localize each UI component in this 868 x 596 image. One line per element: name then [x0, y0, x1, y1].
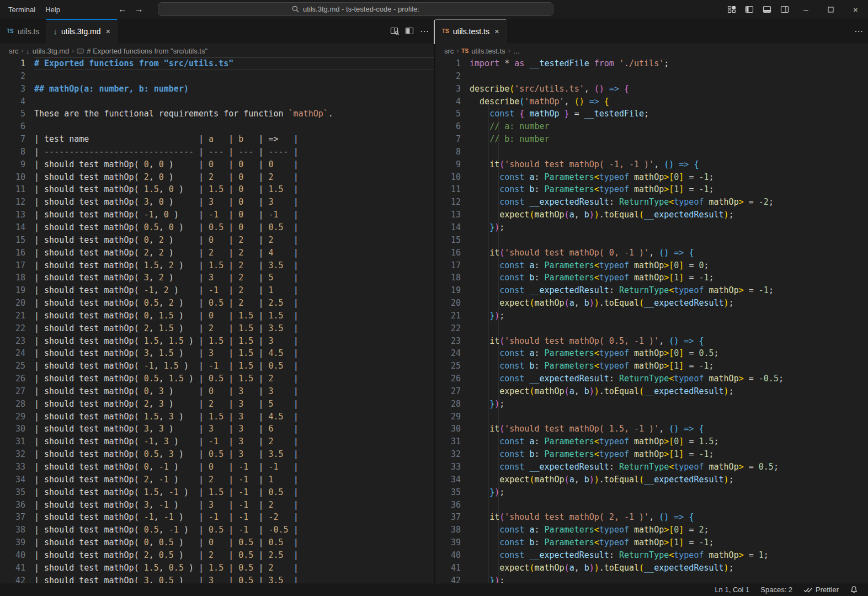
code-line[interactable]: 32 const b: Parameters<typeof mathOp>[1]…: [435, 448, 868, 461]
code-line[interactable]: 27 expect(mathOp(a, b)).toEqual(__expect…: [435, 385, 868, 398]
code-line[interactable]: 23 it('should test mathOp( 0.5, -1 )', (…: [435, 335, 868, 348]
toggle-primary-sidebar-icon[interactable]: [741, 0, 758, 19]
markdown-editor[interactable]: 1# Exported functions from "src/utils.ts…: [0, 57, 434, 583]
code-line[interactable]: 33 const __expectedResult: ReturnType<ty…: [435, 461, 868, 473]
code-line[interactable]: 41 expect(mathOp(a, b)).toEqual(__expect…: [435, 562, 868, 574]
code-line[interactable]: 4: [0, 95, 434, 108]
maximize-button[interactable]: [818, 0, 843, 19]
code-line[interactable]: 18| should test mathOp( 3, 2 ) | 3 | 2 |…: [0, 272, 434, 284]
code-line[interactable]: 21 });: [435, 310, 868, 322]
code-line[interactable]: 28 });: [435, 398, 868, 411]
code-line[interactable]: 14| should test mathOp( 0.5, 0 ) | 0.5 |…: [0, 221, 434, 234]
code-line[interactable]: 12| should test mathOp( 3, 0 ) | 3 | 0 |…: [0, 196, 434, 209]
tab-utils-3tg-md[interactable]: ↓ utils.3tg.md ×: [46, 19, 118, 44]
code-line[interactable]: 7 // b: number: [435, 133, 868, 146]
cursor-position-status[interactable]: Ln 1, Col 1: [710, 583, 754, 596]
code-line[interactable]: 22| should test mathOp( 2, 1.5 ) | 2 | 1…: [0, 322, 434, 335]
code-line[interactable]: 34 expect(mathOp(a, b)).toEqual(__expect…: [435, 473, 868, 486]
code-line[interactable]: 3## mathOp(a: number, b: number): [0, 83, 434, 95]
more-actions-icon[interactable]: ⋯: [420, 26, 429, 36]
code-line[interactable]: 35 });: [435, 486, 868, 499]
code-line[interactable]: 20| should test mathOp( 0.5, 2 ) | 0.5 |…: [0, 297, 434, 310]
code-line[interactable]: 30 it('should test mathOp( 1.5, -1 )', (…: [435, 423, 868, 435]
notifications-bell-icon[interactable]: [845, 583, 862, 596]
code-line[interactable]: 11| should test mathOp( 1.5, 0 ) | 1.5 |…: [0, 183, 434, 196]
tab-utils-ts[interactable]: TS utils.ts: [0, 19, 46, 44]
code-line[interactable]: 26| should test mathOp( 0.5, 1.5 ) | 0.5…: [0, 372, 434, 385]
code-line[interactable]: 29: [435, 411, 868, 423]
code-line[interactable]: 32| should test mathOp( 0.5, 3 ) | 0.5 |…: [0, 448, 434, 461]
breadcrumb-file[interactable]: utils.test.ts: [471, 47, 505, 55]
code-line[interactable]: 1import * as __testedFile from './utils'…: [435, 57, 868, 70]
code-line[interactable]: 15: [435, 234, 868, 247]
code-line[interactable]: 26 const __expectedResult: ReturnType<ty…: [435, 372, 868, 385]
code-line[interactable]: 37| should test mathOp( -1, -1 ) | -1 | …: [0, 511, 434, 524]
code-line[interactable]: 19| should test mathOp( -1, 2 ) | -1 | 2…: [0, 284, 434, 297]
breadcrumb-symbol[interactable]: …: [513, 47, 520, 55]
code-line[interactable]: 2: [435, 70, 868, 83]
typescript-editor[interactable]: 1import * as __testedFile from './utils'…: [435, 57, 868, 583]
code-line[interactable]: 8| ------------------------------ | --- …: [0, 146, 434, 158]
open-preview-side-icon[interactable]: [390, 26, 400, 36]
code-line[interactable]: 42 });: [435, 574, 868, 583]
code-line[interactable]: 11 const b: Parameters<typeof mathOp>[1]…: [435, 183, 868, 196]
code-line[interactable]: 38| should test mathOp( 0.5, -1 ) | 0.5 …: [0, 524, 434, 536]
menu-help[interactable]: Help: [40, 3, 65, 16]
code-line[interactable]: 39| should test mathOp( 0, 0.5 ) | 0 | 0…: [0, 536, 434, 549]
code-line[interactable]: 17 const a: Parameters<typeof mathOp>[0]…: [435, 259, 868, 272]
code-line[interactable]: 21| should test mathOp( 0, 1.5 ) | 0 | 1…: [0, 310, 434, 322]
breadcrumb-src[interactable]: src: [9, 47, 18, 55]
indentation-status[interactable]: Spaces: 2: [756, 583, 797, 596]
nav-forward-button[interactable]: →: [135, 4, 143, 14]
code-line[interactable]: 25| should test mathOp( -1, 1.5 ) | -1 |…: [0, 360, 434, 372]
code-line[interactable]: 30| should test mathOp( 3, 3 ) | 3 | 3 |…: [0, 423, 434, 435]
toggle-panel-icon[interactable]: [758, 0, 776, 19]
code-line[interactable]: 4 describe('mathOp', () => {: [435, 95, 868, 108]
split-editor-icon[interactable]: [405, 26, 414, 36]
code-line[interactable]: 2: [0, 70, 434, 83]
code-line[interactable]: 38 const a: Parameters<typeof mathOp>[0]…: [435, 524, 868, 536]
code-line[interactable]: 20 expect(mathOp(a, b)).toEqual(__expect…: [435, 297, 868, 310]
code-line[interactable]: 34| should test mathOp( 2, -1 ) | 2 | -1…: [0, 473, 434, 486]
close-tab-icon[interactable]: ×: [494, 26, 499, 36]
code-line[interactable]: 29| should test mathOp( 1.5, 3 ) | 1.5 |…: [0, 411, 434, 423]
code-line[interactable]: 16 it('should test mathOp( 0, -1 )', () …: [435, 247, 868, 259]
code-line[interactable]: 22: [435, 322, 868, 335]
code-line[interactable]: 17| should test mathOp( 1.5, 2 ) | 1.5 |…: [0, 259, 434, 272]
code-line[interactable]: 13 expect(mathOp(a, b)).toEqual(__expect…: [435, 209, 868, 221]
code-line[interactable]: 1# Exported functions from "src/utils.ts…: [0, 57, 434, 70]
code-line[interactable]: 19 const __expectedResult: ReturnType<ty…: [435, 284, 868, 297]
toggle-secondary-sidebar-icon[interactable]: [776, 0, 794, 19]
code-line[interactable]: 9 it('should test mathOp( -1, -1 )', () …: [435, 158, 868, 171]
code-line[interactable]: 13| should test mathOp( -1, 0 ) | -1 | 0…: [0, 209, 434, 221]
code-line[interactable]: 36| should test mathOp( 3, -1 ) | 3 | -1…: [0, 499, 434, 512]
code-line[interactable]: 31 const a: Parameters<typeof mathOp>[0]…: [435, 435, 868, 448]
breadcrumb-src[interactable]: src: [444, 47, 454, 55]
code-line[interactable]: 31| should test mathOp( -1, 3 ) | -1 | 3…: [0, 435, 434, 448]
code-line[interactable]: 37 it('should test mathOp( 2, -1 )', () …: [435, 511, 868, 524]
code-line[interactable]: 24 const a: Parameters<typeof mathOp>[0]…: [435, 347, 868, 360]
code-line[interactable]: 3describe('src/utils.ts', () => {: [435, 83, 868, 95]
minimize-button[interactable]: –: [794, 0, 818, 19]
customize-layout-icon[interactable]: [723, 0, 741, 19]
close-window-button[interactable]: ×: [843, 0, 868, 19]
code-line[interactable]: 24| should test mathOp( 3, 1.5 ) | 3 | 1…: [0, 347, 434, 360]
code-line[interactable]: 25 const b: Parameters<typeof mathOp>[1]…: [435, 360, 868, 372]
nav-back-button[interactable]: ←: [118, 4, 127, 14]
code-line[interactable]: 42| should test mathOp( 3, 0.5 ) | 3 | 0…: [0, 574, 434, 583]
code-line[interactable]: 8: [435, 146, 868, 158]
code-line[interactable]: 14 });: [435, 221, 868, 234]
menu-terminal[interactable]: Terminal: [3, 3, 40, 16]
code-line[interactable]: 5These are the functional requirements f…: [0, 108, 434, 120]
code-line[interactable]: 5 const { mathOp } = __testedFile;: [435, 108, 868, 120]
code-line[interactable]: 23| should test mathOp( 1.5, 1.5 ) | 1.5…: [0, 335, 434, 348]
close-tab-icon[interactable]: ×: [106, 26, 111, 36]
code-line[interactable]: 12 const __expectedResult: ReturnType<ty…: [435, 196, 868, 209]
code-line[interactable]: 16| should test mathOp( 2, 2 ) | 2 | 2 |…: [0, 247, 434, 259]
code-line[interactable]: 27| should test mathOp( 0, 3 ) | 0 | 3 |…: [0, 385, 434, 398]
code-line[interactable]: 10 const a: Parameters<typeof mathOp>[0]…: [435, 171, 868, 184]
code-line[interactable]: 40| should test mathOp( 2, 0.5 ) | 2 | 0…: [0, 549, 434, 562]
code-line[interactable]: 39 const b: Parameters<typeof mathOp>[1]…: [435, 536, 868, 549]
code-line[interactable]: 7| test name | a | b | => |: [0, 133, 434, 146]
code-line[interactable]: 6 // a: number: [435, 120, 868, 133]
